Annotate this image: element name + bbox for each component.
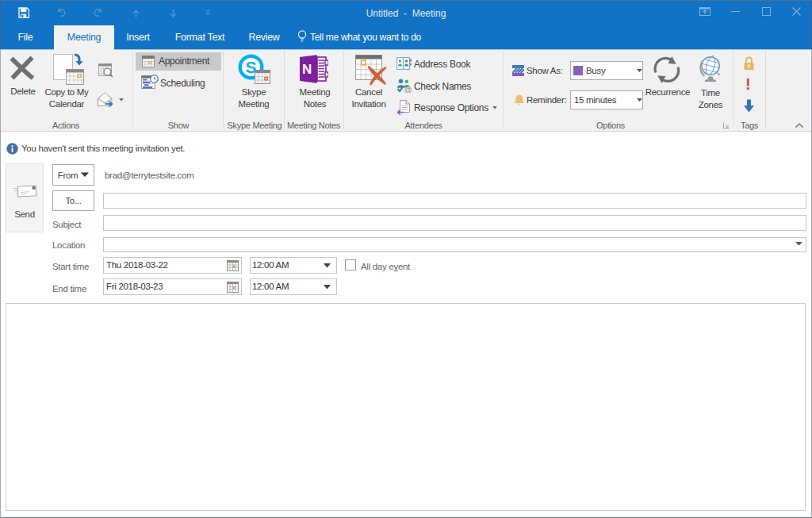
svg-text:N: N — [302, 62, 312, 77]
svg-text:@: @ — [404, 86, 412, 94]
